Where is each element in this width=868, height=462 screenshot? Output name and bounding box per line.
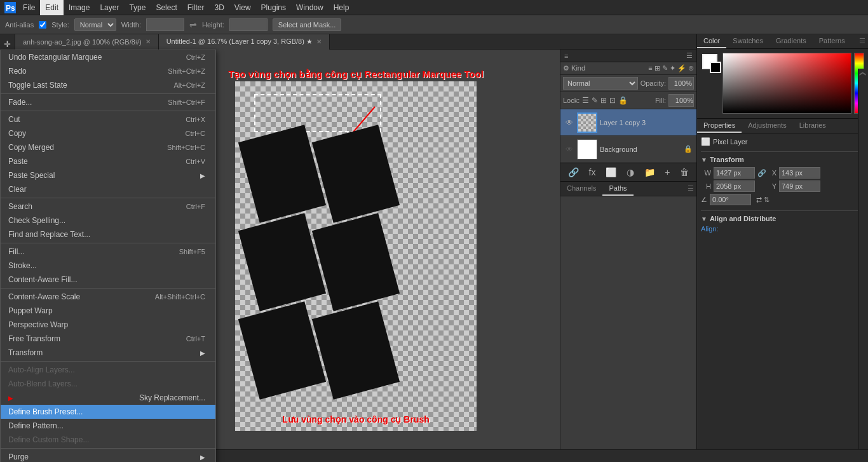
menu-edit[interactable]: Edit <box>40 0 64 15</box>
menu-view[interactable]: View <box>229 0 256 15</box>
menu-auto-blend[interactable]: Auto-Blend Layers... <box>1 377 215 391</box>
menu-content-aware-fill[interactable]: Content-Aware Fill... <box>1 273 215 287</box>
flip-icons[interactable]: ⇄ ⇅ <box>756 196 770 204</box>
menu-layer[interactable]: Layer <box>95 0 124 15</box>
menu-undo[interactable]: Undo Rectangular Marquee Ctrl+Z <box>1 50 215 64</box>
menu-search[interactable]: Search Ctrl+F <box>1 200 215 214</box>
style-select[interactable]: Normal <box>74 18 116 31</box>
tab-gradients[interactable]: Gradients <box>770 34 813 48</box>
lock-image-icon[interactable]: ✎ <box>592 96 598 105</box>
menu-copy[interactable]: Copy Ctrl+C <box>1 126 215 140</box>
w-input[interactable] <box>714 167 755 179</box>
color-swatches-fg-bg[interactable] <box>702 54 717 69</box>
tab-patterns[interactable]: Patterns <box>813 34 851 48</box>
x-input[interactable] <box>779 167 820 179</box>
layer-new-btn[interactable]: + <box>662 166 672 179</box>
h-input[interactable] <box>714 180 755 192</box>
tab-adjustments[interactable]: Adjustments <box>742 119 793 133</box>
angle-icon: ∠ <box>701 196 707 204</box>
tab-anh-song-ao[interactable]: anh-song-ao_2.jpg @ 100% (RGB/8#) ✕ <box>15 34 159 50</box>
bottom-panel-menu-icon[interactable]: ☰ <box>685 182 696 196</box>
menu-help[interactable]: Help <box>329 0 355 15</box>
tab-paths[interactable]: Paths <box>602 182 633 196</box>
tab-untitled-1[interactable]: Untitled-1 @ 16.7% (Layer 1 copy 3, RGB/… <box>159 34 330 50</box>
menu-filter[interactable]: Filter <box>182 0 210 15</box>
menu-paste-special[interactable]: Paste Special ▶ <box>1 168 215 182</box>
tab-swatches[interactable]: Swatches <box>726 34 770 48</box>
menu-check-spelling[interactable]: Check Spelling... <box>1 214 215 228</box>
select-and-mask-btn[interactable]: Select and Mask... <box>273 18 342 31</box>
tab-channels[interactable]: Channels <box>560 182 602 196</box>
app-logo: Ps <box>3 0 18 15</box>
menu-3d[interactable]: 3D <box>209 0 229 15</box>
color-gradient-picker[interactable] <box>722 53 851 114</box>
menu-define-pattern[interactable]: Define Pattern... <box>1 419 215 433</box>
tab-properties[interactable]: Properties <box>697 119 742 133</box>
menu-paste[interactable]: Paste Ctrl+V <box>1 154 215 168</box>
menu-find-replace[interactable]: Find and Replace Text... <box>1 228 215 241</box>
tab-libraries[interactable]: Libraries <box>793 119 832 133</box>
layer-mode-select[interactable]: Normal <box>563 77 638 90</box>
collapse-right-btn[interactable]: ❮ <box>860 71 867 76</box>
close-tab-2[interactable]: ✕ <box>316 38 322 45</box>
menu-toggle-last-state[interactable]: Toggle Last State Alt+Ctrl+Z <box>1 78 215 92</box>
menu-redo[interactable]: Redo Shift+Ctrl+Z <box>1 64 215 78</box>
menu-define-custom-shape[interactable]: Define Custom Shape... <box>1 433 215 447</box>
layer-group-btn[interactable]: 📁 <box>642 166 658 179</box>
menu-purge[interactable]: Purge ▶ <box>1 450 215 462</box>
layer-item-2[interactable]: 👁 Background 🔒 <box>560 136 696 163</box>
canvas-surface[interactable]: Lưu vùng chọn vào công cụ Brush <box>235 81 477 431</box>
menu-window[interactable]: Window <box>291 0 329 15</box>
w-label: W <box>701 169 711 177</box>
opacity-input[interactable] <box>668 77 694 90</box>
menu-auto-align[interactable]: Auto-Align Layers... <box>1 363 215 377</box>
menu-cut[interactable]: Cut Ctrl+X <box>1 112 215 126</box>
close-tab-1[interactable]: ✕ <box>146 38 151 45</box>
move-tool[interactable]: ✛ <box>1 37 15 51</box>
antialias-checkbox[interactable] <box>39 21 46 29</box>
lock-all-icon[interactable]: ⊞ <box>600 96 607 105</box>
swap-dimensions-icon[interactable]: ⇌ <box>189 20 197 30</box>
color-gradient-overlay <box>723 53 851 113</box>
right-panel: Color Swatches Gradients Patterns ☰ Prop… <box>696 34 868 462</box>
menu-stroke[interactable]: Stroke... <box>1 259 215 273</box>
align-distribute-section: ▼ Align and Distribute Align: <box>701 210 864 233</box>
menu-fade[interactable]: Fade... Shift+Ctrl+F <box>1 95 215 109</box>
menu-file[interactable]: File <box>18 0 40 15</box>
menu-define-brush-preset[interactable]: Define Brush Preset... <box>1 405 215 419</box>
layer-adjustment-btn[interactable]: ◑ <box>624 166 637 179</box>
lock-position-icon[interactable]: ☰ <box>582 96 589 105</box>
lock-transparency-icon[interactable]: 🔒 <box>618 96 628 105</box>
tab-color[interactable]: Color <box>697 34 726 48</box>
menu-plugins[interactable]: Plugins <box>256 0 291 15</box>
layer-mask-btn[interactable]: ⬜ <box>603 166 619 179</box>
width-input[interactable] <box>146 18 184 31</box>
menu-free-transform[interactable]: Free Transform Ctrl+T <box>1 332 215 346</box>
menu-perspective-warp[interactable]: Perspective Warp <box>1 318 215 332</box>
menu-type[interactable]: Type <box>124 0 151 15</box>
menu-image[interactable]: Image <box>64 0 95 15</box>
layer-link-btn[interactable]: 🔗 <box>566 166 581 179</box>
menu-puppet-warp[interactable]: Puppet Warp <box>1 304 215 318</box>
menu-copy-merged[interactable]: Copy Merged Shift+Ctrl+C <box>1 140 215 154</box>
layer-eye-1[interactable]: 👁 <box>564 118 574 127</box>
link-proportions-icon[interactable]: 🔗 <box>757 169 764 177</box>
lock-artboard-icon[interactable]: ⊡ <box>609 96 616 105</box>
layer-item-1[interactable]: 👁 Layer 1 copy 3 <box>560 109 696 136</box>
menu-transform[interactable]: Transform ▶ <box>1 346 215 360</box>
layer-eye-2[interactable]: 👁 <box>564 145 574 154</box>
menu-clear[interactable]: Clear <box>1 182 215 196</box>
menu-sky-replacement[interactable]: ▶ Sky Replacement... <box>1 391 215 405</box>
y-input[interactable] <box>779 180 820 192</box>
layer-delete-btn[interactable]: 🗑 <box>677 166 691 179</box>
layer-fx-btn[interactable]: fx <box>587 166 599 179</box>
menu-content-aware-scale[interactable]: Content-Aware Scale Alt+Shift+Ctrl+C <box>1 290 215 304</box>
height-input[interactable] <box>229 18 268 31</box>
fill-input[interactable] <box>668 94 694 107</box>
menu-select[interactable]: Select <box>151 0 182 15</box>
color-panel-menu[interactable]: ☰ <box>857 34 868 48</box>
layer-lock-fill-bar: Lock: ☰ ✎ ⊞ ⊡ 🔒 Fill: <box>560 92 696 109</box>
layers-panel-menu-icon[interactable]: ⊗ <box>688 64 694 72</box>
angle-input[interactable] <box>710 194 751 205</box>
menu-fill[interactable]: Fill... Shift+F5 <box>1 245 215 259</box>
